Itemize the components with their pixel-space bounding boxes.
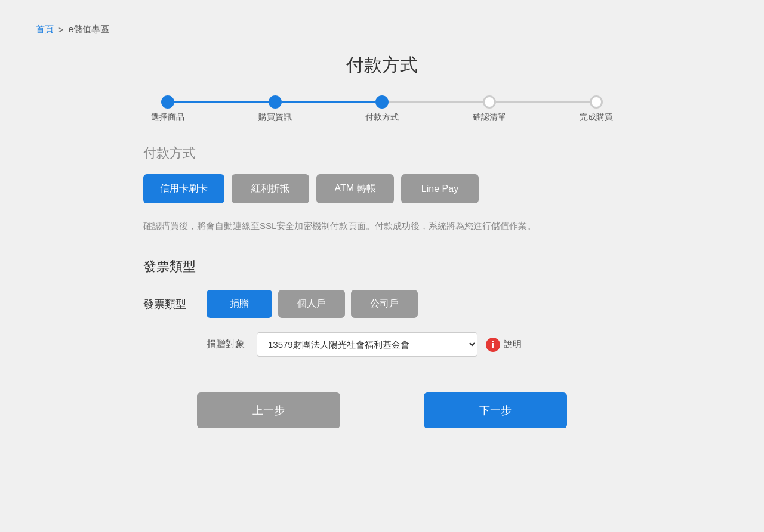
donation-row: 捐贈對象 13579財團法人陽光社會福利基金會其他基金會選項 i 說明 [143, 332, 621, 357]
payment-buttons-group: 信用卡刷卡 紅利折抵 ATM 轉帳 Line Pay [143, 174, 621, 203]
payment-description: 確認購買後，將會自動連線至SSL安全加密機制付款頁面。付款成功後，系統將為您進行… [143, 218, 621, 234]
invoice-type-row: 發票類型 捐贈 個人戶 公司戶 [143, 290, 621, 318]
step-3-circle [375, 95, 389, 109]
breadcrumb: 首頁 > e儲值專區 [36, 24, 728, 35]
invoice-btn-personal[interactable]: 個人戶 [278, 290, 345, 318]
step-line-1-2 [174, 101, 269, 103]
bottom-buttons: 上一步 下一步 [36, 392, 728, 428]
donation-label: 捐贈對象 [207, 338, 248, 351]
step-4-label: 確認清單 [473, 112, 506, 123]
info-group: i 說明 [486, 338, 522, 352]
breadcrumb-current: e儲值專區 [69, 24, 109, 35]
step-1-label: 選擇商品 [151, 112, 184, 123]
invoice-btn-company[interactable]: 公司戶 [351, 290, 418, 318]
payment-btn-credit-card[interactable]: 信用卡刷卡 [143, 174, 224, 203]
breadcrumb-home-link[interactable]: 首頁 [36, 24, 54, 35]
invoice-type-buttons-group: 捐贈 個人戶 公司戶 [207, 290, 418, 318]
step-1: 選擇商品 [161, 95, 174, 109]
step-line-4-5 [496, 101, 590, 103]
step-5-label: 完成購買 [580, 112, 613, 123]
step-5: 完成購買 [590, 95, 603, 109]
content-section: 付款方式 信用卡刷卡 紅利折抵 ATM 轉帳 Line Pay 確認購買後，將會… [143, 144, 621, 357]
info-icon[interactable]: i [486, 338, 500, 352]
page-title: 付款方式 [36, 53, 728, 78]
step-line-2-3 [282, 101, 376, 103]
invoice-type-label: 發票類型 [143, 297, 197, 311]
step-3-label: 付款方式 [365, 112, 399, 123]
invoice-section-title: 發票類型 [143, 258, 621, 276]
breadcrumb-separator: > [58, 24, 64, 35]
payment-section-title: 付款方式 [143, 144, 621, 162]
payment-btn-linepay[interactable]: Line Pay [401, 174, 479, 203]
payment-btn-bonus[interactable]: 紅利折抵 [232, 174, 309, 203]
step-2-label: 購買資訊 [258, 112, 292, 123]
invoice-btn-donate[interactable]: 捐贈 [207, 290, 272, 318]
step-2: 購買資訊 [269, 95, 282, 109]
step-2-circle [269, 95, 282, 109]
info-text: 說明 [504, 339, 522, 350]
next-button[interactable]: 下一步 [424, 392, 567, 428]
payment-btn-atm[interactable]: ATM 轉帳 [316, 174, 394, 203]
progress-steps: 選擇商品 購買資訊 付款方式 確認清單 [36, 95, 728, 109]
step-1-circle [161, 95, 174, 109]
step-3: 付款方式 [375, 95, 389, 109]
donation-select[interactable]: 13579財團法人陽光社會福利基金會其他基金會選項 [257, 332, 478, 357]
step-line-3-4 [389, 101, 483, 103]
step-4-circle [483, 95, 496, 109]
invoice-section: 發票類型 發票類型 捐贈 個人戶 公司戶 捐贈對象 13579財團法人陽光社會福… [143, 258, 621, 357]
prev-button[interactable]: 上一步 [197, 392, 340, 428]
step-5-circle [590, 95, 603, 109]
payment-method-section: 付款方式 信用卡刷卡 紅利折抵 ATM 轉帳 Line Pay 確認購買後，將會… [143, 144, 621, 234]
step-4: 確認清單 [483, 95, 496, 109]
